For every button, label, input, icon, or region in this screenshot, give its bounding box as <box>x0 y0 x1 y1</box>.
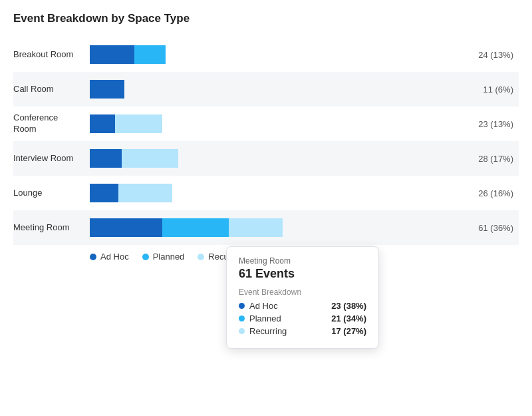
bar-area <box>90 184 459 202</box>
bar-segments <box>90 45 166 64</box>
row-value: 24 (13%) <box>459 50 519 60</box>
bar-row: Call Room 11 (6%) <box>13 72 519 106</box>
bar-row-inner: Conference Room 23 (13%) <box>13 107 519 140</box>
bar-area <box>90 218 459 237</box>
row-value: 11 (6%) <box>459 85 519 95</box>
bar-area <box>90 149 459 168</box>
bar-row-inner: Interview Room 28 (17%) <box>13 144 519 173</box>
tooltip-rows: Ad Hoc 23 (38%) Planned 21 (34%) Recurri… <box>239 301 366 336</box>
row-label: Lounge <box>13 188 90 199</box>
bar-row-inner: Meeting Room 61 (36%) <box>13 213 519 242</box>
seg-adhoc <box>90 218 162 237</box>
chart-container: Event Breakdown by Space Type Breakout R… <box>0 0 532 268</box>
tooltip-dot <box>239 328 245 334</box>
tooltip-events: 61 Events <box>239 267 366 281</box>
bar-row: Breakout Room 24 (13%) <box>13 37 519 72</box>
row-label: Breakout Room <box>13 49 90 61</box>
bar-row: Interview Room 28 (17%) <box>13 141 519 176</box>
tooltip-item-row: Recurring 17 (27%) <box>239 326 366 336</box>
seg-recurring <box>115 114 162 133</box>
tooltip-breakdown-label: Event Breakdown <box>239 288 366 297</box>
bar-segments <box>90 114 162 133</box>
tooltip-dot <box>239 315 245 321</box>
tooltip-type: Ad Hoc <box>249 301 278 311</box>
row-label: Interview Room <box>13 153 90 164</box>
bar-row-inner: Call Room 11 (6%) <box>13 75 519 104</box>
seg-adhoc <box>90 114 115 133</box>
legend-planned-dot <box>142 254 149 260</box>
bar-segments <box>90 149 178 168</box>
row-value: 28 (17%) <box>459 154 519 164</box>
bar-row: Conference Room 23 (13%) <box>13 106 519 141</box>
row-value: 26 (16%) <box>459 188 519 198</box>
seg-adhoc <box>90 184 118 202</box>
tooltip: Meeting Room 61 Events Event Breakdown A… <box>226 246 379 349</box>
bar-segments <box>90 218 283 237</box>
tooltip-type: Planned <box>249 313 281 323</box>
legend-adhoc-label: Ad Hoc <box>100 252 129 262</box>
seg-adhoc <box>90 149 122 168</box>
seg-recurring <box>122 149 179 168</box>
tooltip-pct: 21 (34%) <box>331 313 366 323</box>
row-label: Call Room <box>13 84 90 95</box>
bar-row: Meeting Room 61 (36%) <box>13 210 519 245</box>
tooltip-row-left: Planned <box>239 313 281 323</box>
bar-area <box>90 45 459 64</box>
row-value: 61 (36%) <box>459 223 519 233</box>
bar-area <box>90 80 459 99</box>
legend-adhoc-dot <box>90 254 96 260</box>
tooltip-row-left: Recurring <box>239 326 287 336</box>
seg-planned <box>134 45 166 64</box>
bar-area <box>90 114 459 133</box>
seg-adhoc <box>90 45 134 64</box>
tooltip-dot <box>239 303 245 309</box>
legend-adhoc: Ad Hoc <box>90 252 129 262</box>
chart-title: Event Breakdown by Space Type <box>13 12 519 25</box>
tooltip-item-row: Planned 21 (34%) <box>239 313 366 323</box>
rows-wrapper: Breakout Room 24 (13%) Call Room 11 (6%)… <box>13 37 519 245</box>
legend-recurring-dot <box>198 254 204 260</box>
row-value: 23 (13%) <box>459 119 519 129</box>
tooltip-room-name: Meeting Room <box>239 256 366 266</box>
row-label: Meeting Room <box>13 222 90 234</box>
seg-adhoc <box>90 80 124 99</box>
legend-planned-label: Planned <box>153 252 185 262</box>
row-label: Conference Room <box>13 112 90 135</box>
bar-segments <box>90 80 124 99</box>
tooltip-row-left: Ad Hoc <box>239 301 278 311</box>
bar-segments <box>90 184 172 202</box>
tooltip-pct: 17 (27%) <box>331 326 366 336</box>
bar-row-inner: Lounge 26 (16%) <box>13 178 519 208</box>
tooltip-item-row: Ad Hoc 23 (38%) <box>239 301 366 311</box>
tooltip-type: Recurring <box>249 326 287 336</box>
seg-recurring <box>229 218 283 237</box>
seg-planned <box>162 218 229 237</box>
tooltip-pct: 23 (38%) <box>331 301 366 311</box>
bar-row: Lounge 26 (16%) <box>13 176 519 210</box>
seg-recurring <box>118 184 172 202</box>
bar-row-inner: Breakout Room 24 (13%) <box>13 40 519 69</box>
legend-planned: Planned <box>142 252 185 262</box>
